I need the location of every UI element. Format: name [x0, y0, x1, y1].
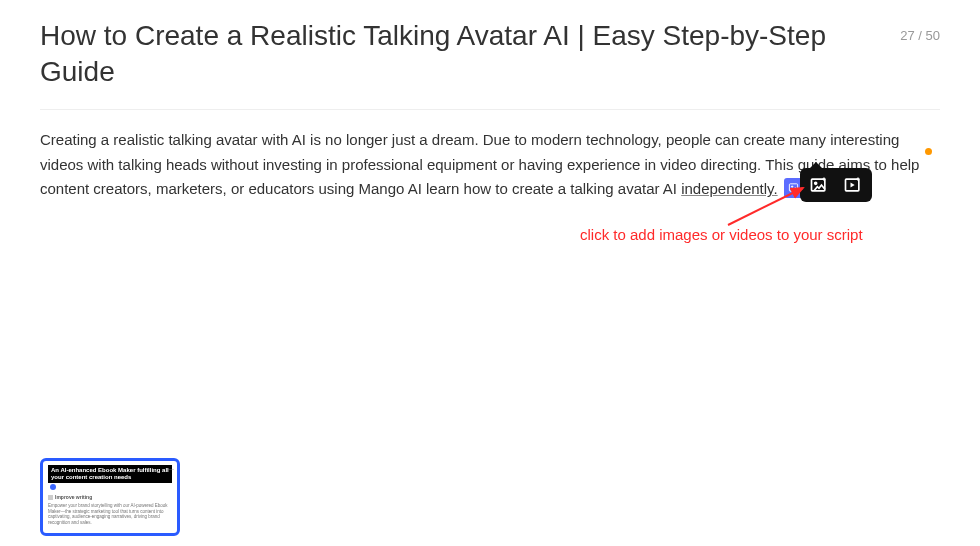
thumb-indicator-dot	[50, 484, 56, 490]
add-video-icon	[843, 175, 863, 195]
thumb-menu-icon: ⋯	[168, 465, 174, 472]
thumb-title: An AI-enhanced Ebook Maker fulfilling al…	[48, 465, 172, 483]
svg-point-3	[815, 182, 817, 184]
page-title: How to Create a Realistic Talking Avatar…	[40, 18, 880, 91]
image-icon	[788, 182, 799, 193]
media-toolbar	[800, 168, 872, 202]
svg-rect-2	[812, 179, 825, 191]
svg-point-1	[791, 186, 792, 187]
thumb-subtitle: Improve writing	[48, 494, 172, 500]
add-image-button[interactable]	[808, 174, 830, 196]
page-counter: 27 / 50	[900, 28, 940, 43]
annotation-text: click to add images or videos to your sc…	[580, 226, 863, 243]
status-dot	[925, 148, 932, 155]
add-image-icon	[809, 175, 829, 195]
add-video-button[interactable]	[842, 174, 864, 196]
underlined-word: independently.	[681, 180, 777, 197]
thumb-body: Empower your brand storytelling with our…	[48, 503, 172, 526]
preview-thumbnail[interactable]: ⋯ An AI-enhanced Ebook Maker fulfilling …	[40, 458, 180, 536]
